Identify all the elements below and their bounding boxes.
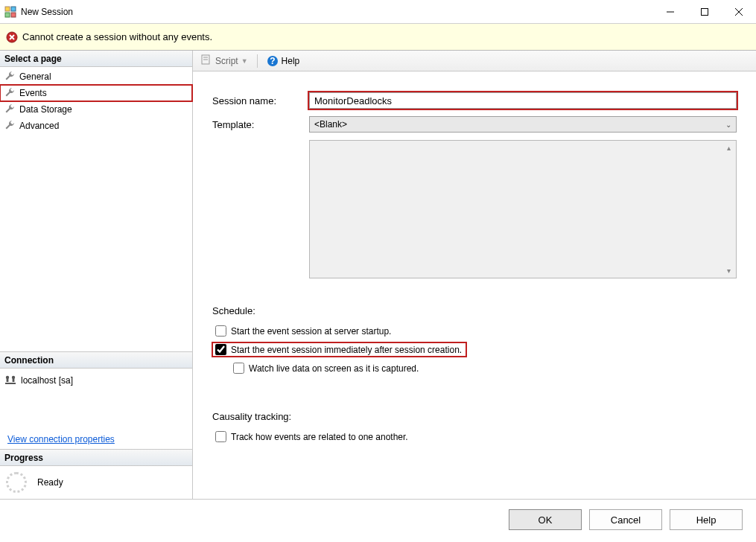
sidebar-header-connection: Connection bbox=[0, 352, 192, 369]
schedule-label: Schedule: bbox=[212, 305, 737, 316]
footer-buttons: OK Cancel Help bbox=[0, 499, 756, 540]
sidebar-item-label: General bbox=[19, 71, 51, 82]
sidebar-item-label: Data Storage bbox=[19, 104, 72, 115]
toolbar-separator bbox=[257, 54, 258, 68]
cancel-button[interactable]: Cancel bbox=[589, 509, 662, 530]
chk-causality-box[interactable] bbox=[215, 431, 226, 442]
chevron-down-icon: ▼ bbox=[241, 57, 248, 65]
template-description-box: ▴ ▾ bbox=[309, 140, 737, 278]
ok-button[interactable]: OK bbox=[509, 509, 582, 530]
svg-rect-12 bbox=[7, 379, 9, 382]
content-toolbar: Script ▼ ? Help bbox=[193, 51, 756, 71]
chk-label: Track how events are related to one anot… bbox=[231, 432, 408, 442]
svg-rect-5 bbox=[702, 8, 708, 15]
chk-start-at-startup-box[interactable] bbox=[215, 325, 226, 337]
connection-item: localhost [sa] bbox=[0, 369, 192, 392]
svg-rect-15 bbox=[5, 383, 16, 384]
sidebar: Select a page General Events Data Storag… bbox=[0, 51, 193, 499]
progress-status: Ready bbox=[37, 477, 63, 488]
warning-text: Cannot create a session without any even… bbox=[22, 31, 212, 42]
script-icon bbox=[200, 54, 212, 68]
chk-label: Watch live data on screen as it is captu… bbox=[249, 363, 419, 374]
error-icon bbox=[6, 31, 18, 43]
sidebar-header-progress: Progress bbox=[0, 450, 192, 466]
causality-label: Causality tracking: bbox=[212, 411, 737, 422]
wrench-icon bbox=[4, 71, 16, 83]
svg-rect-1 bbox=[11, 7, 16, 11]
sidebar-item-events[interactable]: Events bbox=[0, 85, 192, 101]
svg-rect-0 bbox=[5, 7, 10, 11]
svg-rect-2 bbox=[5, 13, 10, 17]
chk-watch-live[interactable]: Watch live data on screen as it is captu… bbox=[230, 361, 737, 375]
wrench-icon bbox=[4, 103, 16, 115]
script-label: Script bbox=[215, 56, 238, 66]
svg-rect-3 bbox=[11, 13, 16, 17]
template-value: <Blank> bbox=[314, 119, 347, 130]
chk-label: Start the event session immediately afte… bbox=[231, 345, 462, 355]
app-icon bbox=[4, 6, 16, 18]
template-label: Template: bbox=[212, 119, 309, 130]
chevron-down-icon: ⌄ bbox=[725, 121, 731, 129]
chk-causality[interactable]: Track how events are related to one anot… bbox=[212, 430, 737, 444]
maximize-button[interactable] bbox=[687, 1, 722, 23]
progress-spinner-icon bbox=[6, 472, 27, 493]
sidebar-item-general[interactable]: General bbox=[0, 68, 192, 85]
warning-bar: Cannot create a session without any even… bbox=[0, 24, 756, 51]
help-icon: ? bbox=[267, 55, 279, 67]
wrench-icon bbox=[4, 87, 16, 99]
view-connection-link[interactable]: View connection properties bbox=[7, 434, 115, 444]
sidebar-item-label: Advanced bbox=[19, 121, 59, 131]
help-button[interactable]: Help bbox=[670, 509, 743, 530]
svg-text:?: ? bbox=[270, 56, 275, 66]
chk-start-immediately[interactable]: Start the event session immediately afte… bbox=[212, 342, 466, 357]
sidebar-header-pages: Select a page bbox=[0, 51, 192, 67]
close-button[interactable] bbox=[722, 1, 756, 23]
sidebar-item-label: Events bbox=[19, 88, 47, 98]
chk-start-at-startup[interactable]: Start the event session at server startu… bbox=[212, 324, 737, 338]
minimize-button[interactable] bbox=[653, 1, 687, 23]
svg-point-13 bbox=[12, 376, 15, 379]
session-name-input[interactable] bbox=[309, 92, 737, 109]
scroll-up-icon[interactable]: ▴ bbox=[722, 141, 735, 154]
help-button[interactable]: ? Help bbox=[264, 54, 303, 68]
connection-value: localhost [sa] bbox=[21, 375, 73, 386]
chk-watch-live-box[interactable] bbox=[233, 363, 244, 374]
template-select[interactable]: <Blank> ⌄ bbox=[309, 116, 737, 133]
scroll-down-icon[interactable]: ▾ bbox=[722, 264, 735, 277]
window-title: New Session bbox=[21, 7, 653, 17]
server-icon bbox=[4, 374, 16, 386]
sidebar-item-data-storage[interactable]: Data Storage bbox=[0, 101, 192, 118]
chk-start-immediately-box[interactable] bbox=[215, 344, 226, 355]
help-label: Help bbox=[282, 56, 300, 66]
titlebar: New Session bbox=[0, 0, 756, 24]
svg-rect-14 bbox=[13, 379, 15, 382]
svg-point-11 bbox=[6, 376, 9, 379]
sidebar-item-advanced[interactable]: Advanced bbox=[0, 118, 192, 134]
script-dropdown[interactable]: Script ▼ bbox=[197, 52, 251, 69]
session-name-label: Session name: bbox=[212, 95, 309, 106]
content-pane: Script ▼ ? Help Session name: Template: … bbox=[193, 51, 756, 499]
wrench-icon bbox=[4, 120, 16, 132]
chk-label: Start the event session at server startu… bbox=[231, 326, 391, 337]
